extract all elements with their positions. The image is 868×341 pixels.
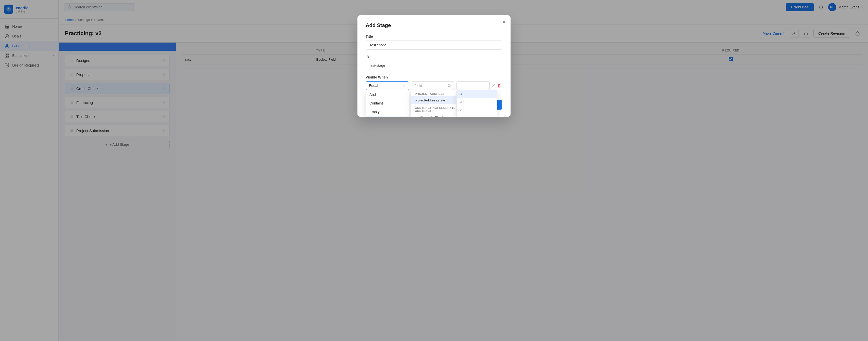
- title-input[interactable]: [366, 40, 502, 50]
- field-group-contracting-generate: Contracting: Generate Contract: [411, 104, 462, 113]
- visible-when-label: Visible When: [366, 75, 502, 79]
- title-field: Title: [366, 34, 502, 50]
- delete-condition-button[interactable]: 🗑: [497, 83, 502, 89]
- condition-option-contains[interactable]: Contains: [366, 99, 409, 107]
- title-label: Title: [366, 34, 502, 38]
- confirm-condition-button[interactable]: ✓: [492, 83, 495, 89]
- modal-close-button[interactable]: ×: [502, 20, 505, 25]
- clear-condition-icon[interactable]: ✕: [403, 83, 406, 88]
- field-dropdown: Project Address projectAddress.state Con…: [411, 90, 462, 117]
- condition-row: Equal ✕ And Contains Empty Equal False G…: [366, 81, 502, 90]
- condition-option-empty[interactable]: Empty: [366, 107, 409, 116]
- value-option-AR[interactable]: AR: [457, 114, 497, 117]
- field-item-has-generated-contract[interactable]: hasGeneratedContract: [411, 113, 462, 117]
- row-actions: ✓ 🗑: [492, 83, 502, 89]
- modal-title: Add Stage: [366, 23, 502, 28]
- value-option-AK[interactable]: AK: [457, 98, 497, 106]
- id-field: ID: [366, 55, 502, 70]
- condition-select-wrapper: Equal ✕ And Contains Empty Equal False G…: [366, 81, 409, 90]
- svg-point-48: [448, 84, 450, 87]
- condition-option-and[interactable]: And: [366, 90, 409, 99]
- field-placeholder: Field: [414, 83, 422, 88]
- value-input[interactable]: [457, 81, 490, 90]
- search-field-icon: [447, 84, 451, 88]
- field-select[interactable]: Field: [411, 81, 455, 90]
- condition-select[interactable]: Equal ✕: [366, 81, 409, 90]
- modal-overlay: × Add Stage Title ID Visible When Equal …: [0, 0, 868, 341]
- value-option-AL[interactable]: AL: [457, 90, 497, 98]
- visible-when-field: Visible When Equal ✕ And Contains Empty …: [366, 75, 502, 90]
- add-stage-modal: × Add Stage Title ID Visible When Equal …: [358, 15, 510, 117]
- svg-line-49: [450, 87, 451, 87]
- value-option-AZ[interactable]: AZ: [457, 106, 497, 114]
- condition-option-equal[interactable]: Equal: [366, 116, 409, 117]
- field-group-project-address: Project Address: [411, 90, 462, 96]
- field-item-project-address-state[interactable]: projectAddress.state: [411, 96, 462, 104]
- value-input-wrapper: AL AK AZ AR CA CO CT DE: [457, 81, 490, 90]
- condition-dropdown: And Contains Empty Equal False Greater t…: [366, 90, 409, 117]
- field-select-wrapper: Field Project Address projectAddress.sta…: [411, 81, 455, 90]
- id-input[interactable]: [366, 61, 502, 70]
- condition-value: Equal: [369, 83, 402, 88]
- value-dropdown: AL AK AZ AR CA CO CT DE: [457, 90, 497, 117]
- id-label: ID: [366, 55, 502, 59]
